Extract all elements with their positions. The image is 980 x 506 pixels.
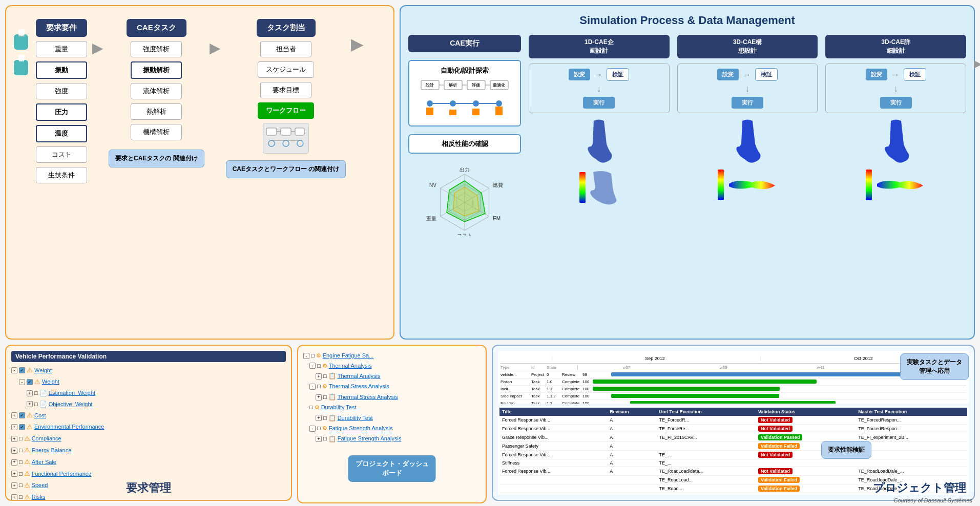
svg-point-22 bbox=[450, 100, 456, 107]
sim-right: 1D-CAE企画設計 設変 → 検証 ↓ 実行 bbox=[529, 35, 966, 326]
svg-rect-28 bbox=[426, 108, 433, 115]
req-strength: 強度 bbox=[36, 83, 87, 99]
stage-3d-detail-header: 3D-CAE詳細設計 bbox=[825, 35, 966, 58]
sim-auto-box: 自動化/設計探索 設計 解析 評価 最適化 bbox=[408, 60, 521, 126]
table-row: Passenger Safety A Validation Failed bbox=[499, 442, 967, 451]
vertical-label-internal: 社内規定 bbox=[14, 60, 28, 75]
stage-1d-verify: 検証 bbox=[607, 68, 629, 81]
bottom-section: Vehicle Performance Validation - ✓ ⚠ Wei… bbox=[0, 342, 980, 506]
tree-item-estimation[interactable]: + □ 📄 Estimation_Weight bbox=[11, 388, 286, 399]
tree-item-aftersale[interactable]: + □ ⚠ After Sale bbox=[11, 456, 286, 468]
gantt-row-5: Environ... Task 1.2 Complete 100 bbox=[501, 400, 966, 404]
svg-point-3 bbox=[268, 140, 275, 146]
svg-point-24 bbox=[496, 100, 502, 107]
req-temperature: 温度 bbox=[36, 125, 87, 142]
tree-item-env[interactable]: + ✓ ⚠ Environmental Performance bbox=[11, 421, 286, 433]
req-vibration: 振動 bbox=[36, 61, 87, 79]
bottom-middle-panel: - □ ⚙ Engine Fatigue Sa... - □ ⚙ Thermal… bbox=[297, 345, 487, 503]
stage-3d2-set: 設変 bbox=[866, 69, 887, 80]
top-section: 顧客要求 社内規定 要求要件 重量 振動 強度 圧力 温度 コスト 生技条件 ▶ bbox=[0, 0, 980, 342]
svg-rect-1 bbox=[281, 128, 291, 135]
sim-content: CAE実行 自動化/設計探索 設計 解析 評価 bbox=[408, 35, 966, 326]
tree-item-cost[interactable]: + ✓ ⚠ Cost bbox=[11, 410, 286, 421]
stage-3d2-execute: 実行 bbox=[880, 97, 912, 109]
svg-point-21 bbox=[427, 100, 433, 107]
arrow-3: ▶ bbox=[351, 34, 364, 54]
task-fatigue-1[interactable]: - □ ⚙ Fatigue Strength Analysis bbox=[303, 424, 481, 434]
col-revision: Revision bbox=[607, 408, 656, 416]
main-container: 顧客要求 社内規定 要求要件 重量 振動 強度 圧力 温度 コスト 生技条件 ▶ bbox=[0, 0, 980, 506]
stage-3d1-verify: 検証 bbox=[755, 68, 778, 81]
requirements-header: 要求要件 bbox=[36, 19, 87, 37]
workflow-image bbox=[263, 123, 309, 154]
bottom-label-requirements: 要求管理 bbox=[126, 480, 171, 496]
table-row: Stiffness A TE_... bbox=[499, 459, 967, 467]
svg-text:設計: 設計 bbox=[426, 82, 434, 88]
table-row: Forced Response Vib... A TE_ForceRe... N… bbox=[499, 425, 967, 433]
table-row: Forced Response Vib... A TE_... Not Vali… bbox=[499, 451, 967, 459]
tree-item-weight1[interactable]: - ✓ ⚠ Weight bbox=[11, 365, 286, 376]
svg-rect-0 bbox=[266, 128, 277, 135]
gantt-row-1: vehicle... Project 0 Review 98 bbox=[501, 371, 966, 378]
stage-3d1-execute: 実行 bbox=[732, 97, 763, 109]
col-master: Master Test Execution bbox=[856, 408, 967, 416]
gantt-row-3: Incli... Task 1.1 Complete 100 bbox=[501, 386, 966, 393]
stage-1d-set: 設変 bbox=[569, 69, 590, 80]
radar-chart: 出力 燃費 EM コスト 重量 NV bbox=[408, 164, 521, 236]
stage-3d-cae-concept: 3D-CAE構想設計 設変 → 検証 ↓ 実行 bbox=[677, 35, 818, 326]
stage-3d-detail-cycle: 設変 → 検証 ↓ 実行 bbox=[825, 64, 966, 113]
task-fatigue-2[interactable]: + □ 📋 Fatigue Strength Analysis bbox=[303, 434, 481, 445]
svg-text:評価: 評価 bbox=[472, 82, 480, 88]
sim-title: Simulation Process & Data Management bbox=[408, 14, 966, 27]
assign-target: 要求目標 bbox=[260, 82, 311, 98]
gantt-chart: Sep 2012 Oct 2012 Type Id State w37w39w4… bbox=[498, 351, 969, 404]
task-thermal-1[interactable]: - □ ⚙ Thermal Analysis bbox=[303, 361, 481, 371]
bottom-label-project: プロジェクト管理 bbox=[873, 480, 966, 496]
task-durability-2[interactable]: + □ 📋 Durability Test bbox=[303, 413, 481, 424]
task-tree: - □ ⚙ Engine Fatigue Sa... - □ ⚙ Thermal… bbox=[303, 351, 481, 445]
svg-text:NV: NV bbox=[429, 182, 436, 188]
assign-person: 担当者 bbox=[260, 41, 311, 57]
tree-item-objective[interactable]: + □ 📄 Objective_Weight bbox=[11, 399, 286, 410]
sock-1d bbox=[583, 118, 614, 164]
task-thermal-2[interactable]: + □ 📋 Thermal Analysis bbox=[303, 371, 481, 382]
svg-point-23 bbox=[473, 100, 479, 107]
task-assign-header: タスク割当 bbox=[257, 19, 316, 37]
svg-point-4 bbox=[283, 140, 289, 146]
tree-item-weight2[interactable]: - ✓ ⚠ Weight bbox=[11, 376, 286, 388]
col-validation: Validation Status bbox=[756, 408, 856, 416]
gantt-rows: Type Id State w37w39w41w43 vehicle... Pr… bbox=[501, 364, 966, 404]
sock-3d-concept bbox=[732, 118, 763, 164]
arrow-1: ▶ bbox=[92, 39, 103, 56]
task-vibration: 振動解析 bbox=[131, 61, 182, 79]
annotation-req-cae: 要求とCAEタスクの 関連付け bbox=[109, 150, 204, 167]
task-strength: 強度解析 bbox=[131, 41, 182, 57]
cae-tasks-column: CAEタスク 強度解析 振動解析 流体解析 熱解析 機構解析 要求とCAEタスク… bbox=[109, 19, 204, 167]
task-fluid: 流体解析 bbox=[131, 83, 182, 99]
right-panel: Simulation Process & Data Management CAE… bbox=[400, 5, 975, 340]
vertical-labels: 顧客要求 社内規定 bbox=[14, 34, 28, 75]
stage-3d-cae-detail: 3D-CAE詳細設計 設変 → 検証 ↓ 実行 bbox=[825, 35, 966, 326]
tree-item-compliance[interactable]: + □ ⚠ Compliance bbox=[11, 433, 286, 445]
svg-text:重量: 重量 bbox=[426, 216, 436, 221]
courtesy-text: Courtesy of Dassault Systèmes bbox=[894, 497, 972, 503]
tree-item-energy[interactable]: + □ ⚠ Energy Balance bbox=[11, 445, 286, 456]
svg-rect-29 bbox=[449, 110, 456, 115]
task-engine-fatigue[interactable]: - □ ⚙ Engine Fatigue Sa... bbox=[303, 351, 481, 361]
assign-workflow: ワークフロー bbox=[258, 102, 314, 119]
tree-item-functional[interactable]: + □ ⚠ Functional Performance bbox=[11, 468, 286, 480]
req-pressure: 圧力 bbox=[36, 103, 87, 121]
left-panel: 顧客要求 社内規定 要求要件 重量 振動 強度 圧力 温度 コスト 生技条件 ▶ bbox=[5, 5, 394, 340]
task-thermal-stress-1[interactable]: - □ ⚙ Thermal Stress Analysis bbox=[303, 382, 481, 392]
assign-schedule: スケジュール bbox=[258, 61, 314, 78]
stage-3d-concept-header: 3D-CAE構想設計 bbox=[677, 35, 818, 58]
stage-3d2-verify: 検証 bbox=[904, 68, 926, 81]
svg-text:コスト: コスト bbox=[457, 233, 472, 236]
svg-rect-30 bbox=[472, 109, 479, 115]
table-row: Forced Response Vib... A TE_RoadLoad/dat… bbox=[499, 467, 967, 476]
task-durability-1[interactable]: □ ⚙ Durability Test bbox=[303, 403, 481, 413]
gantt-row-4: Side impact Task 1.1.2 Complete 100 bbox=[501, 393, 966, 400]
table-row: Grace Response Vib... A TE_FI_2015CAV...… bbox=[499, 433, 967, 442]
sock-3d-detail bbox=[881, 118, 911, 164]
task-thermal-stress-2[interactable]: + □ 📋 Thermal Stress Analysis bbox=[303, 392, 481, 403]
